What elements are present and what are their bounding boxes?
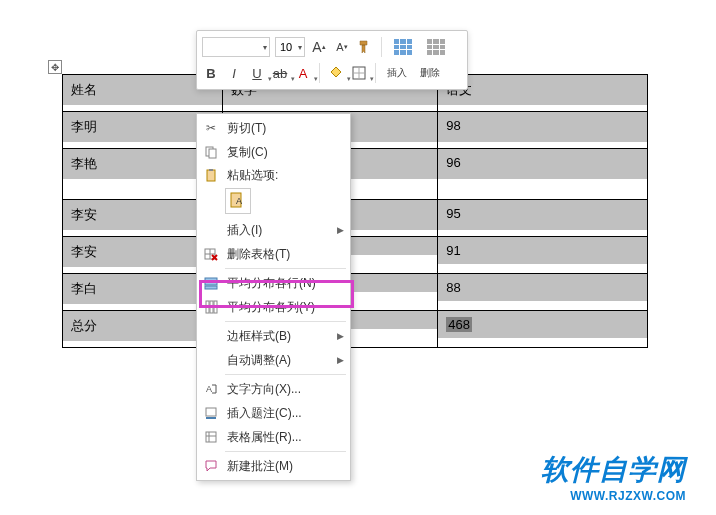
scissors-icon: ✂	[201, 121, 221, 135]
menu-separator	[225, 268, 346, 269]
menu-copy[interactable]: 复制(C)	[197, 140, 350, 164]
table-cell[interactable]: 95	[438, 200, 647, 230]
distribute-rows-icon	[201, 276, 221, 290]
svg-text:A: A	[206, 384, 212, 394]
table-cell[interactable]: 468	[438, 311, 647, 338]
svg-rect-18	[210, 301, 213, 313]
text-direction-icon: A	[201, 382, 221, 396]
svg-rect-4	[209, 149, 216, 158]
menu-distribute-cols[interactable]: 平均分布各列(Y)	[197, 295, 350, 319]
delete-table-button[interactable]	[422, 39, 450, 55]
menu-paste-options-label: 粘贴选项:	[197, 164, 350, 186]
context-menu: ✂ 剪切(T) 复制(C) 粘贴选项: A 插入(I) ▶ 删除表格(T) 平均…	[196, 113, 351, 481]
menu-distribute-rows[interactable]: 平均分布各行(N)	[197, 271, 350, 295]
caption-icon	[201, 406, 221, 420]
copy-icon	[201, 145, 221, 159]
svg-rect-19	[214, 301, 217, 313]
italic-button[interactable]: I	[225, 63, 243, 83]
delete-table-icon	[201, 247, 221, 261]
chevron-right-icon: ▶	[337, 331, 344, 341]
delete-label[interactable]: 删除	[416, 66, 444, 80]
grow-font-button[interactable]: A▴	[310, 37, 328, 57]
shading-button[interactable]	[327, 63, 345, 83]
chevron-right-icon: ▶	[337, 355, 344, 365]
shrink-font-button[interactable]: A▾	[333, 37, 351, 57]
menu-table-props[interactable]: 表格属性(R)...	[197, 425, 350, 449]
menu-autofit[interactable]: 自动调整(A) ▶	[197, 348, 350, 372]
borders-button[interactable]	[350, 63, 368, 83]
menu-delete-table[interactable]: 删除表格(T)	[197, 242, 350, 266]
menu-separator	[225, 321, 346, 322]
comment-icon	[201, 459, 221, 473]
svg-rect-14	[205, 278, 217, 281]
svg-rect-21	[206, 408, 216, 416]
svg-text:A: A	[236, 196, 242, 206]
table-cell[interactable]: 98	[438, 112, 647, 142]
watermark-url: WWW.RJZXW.COM	[541, 489, 686, 503]
svg-rect-23	[206, 432, 216, 442]
table-cell[interactable]: 96	[438, 149, 647, 179]
menu-separator	[225, 374, 346, 375]
data-table: 姓名 数学 语文 李明 98 李艳 96 李安 95 李安 91 李白 88 总…	[62, 74, 648, 348]
watermark-title: 软件自学网	[541, 451, 686, 489]
clipboard-icon	[201, 168, 221, 182]
menu-new-comment[interactable]: 新建批注(M)	[197, 454, 350, 478]
chevron-right-icon: ▶	[337, 225, 344, 235]
table-cell[interactable]: 88	[438, 274, 647, 301]
font-size-combo[interactable]: 10	[275, 37, 305, 57]
insert-table-button[interactable]	[389, 39, 417, 55]
properties-icon	[201, 430, 221, 444]
svg-rect-15	[205, 282, 217, 285]
menu-separator	[225, 451, 346, 452]
format-painter-button[interactable]	[356, 37, 374, 57]
svg-rect-5	[207, 170, 215, 181]
font-combo[interactable]	[202, 37, 270, 57]
header-chinese[interactable]: 语文	[438, 75, 647, 105]
menu-text-direction[interactable]: A 文字方向(X)...	[197, 377, 350, 401]
menu-cut[interactable]: ✂ 剪切(T)	[197, 116, 350, 140]
paste-keep-text-button[interactable]: A	[225, 188, 251, 214]
table-move-handle[interactable]: ✥	[48, 60, 62, 74]
strikethrough-button[interactable]: ab	[271, 63, 289, 83]
insert-label[interactable]: 插入	[383, 66, 411, 80]
distribute-cols-icon	[201, 300, 221, 314]
svg-rect-6	[209, 169, 213, 171]
menu-insert-caption[interactable]: 插入题注(C)...	[197, 401, 350, 425]
underline-button[interactable]: U	[248, 63, 266, 83]
menu-border-styles[interactable]: 边框样式(B) ▶	[197, 324, 350, 348]
menu-insert[interactable]: 插入(I) ▶	[197, 218, 350, 242]
bold-button[interactable]: B	[202, 63, 220, 83]
watermark: 软件自学网 WWW.RJZXW.COM	[541, 451, 686, 503]
font-color-button[interactable]: A	[294, 63, 312, 83]
mini-toolbar: 10 A▴ A▾ B I U ab A 插入 删除	[196, 30, 468, 90]
svg-rect-17	[206, 301, 209, 313]
svg-rect-16	[205, 286, 217, 289]
table-cell[interactable]: 91	[438, 237, 647, 264]
